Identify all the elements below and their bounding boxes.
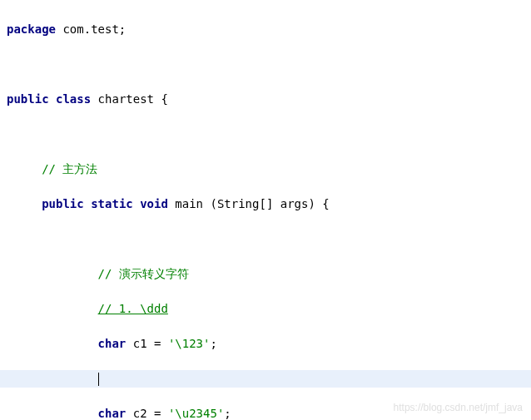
code-text: ;	[210, 337, 216, 350]
code-line	[0, 126, 531, 143]
comment: // 演示转义字符	[98, 267, 189, 280]
string-literal: '\u2345'	[168, 407, 224, 420]
keyword: char	[98, 407, 127, 420]
code-line: // 1. \ddd	[0, 300, 531, 318]
keyword: static	[91, 197, 133, 210]
keyword: package	[7, 22, 56, 36]
keyword: public	[42, 197, 84, 210]
code-line: char c1 = '\123';	[0, 335, 531, 353]
code-line: // 演示转义字符	[0, 265, 531, 283]
comment: // 主方法	[42, 162, 97, 175]
comment: // 1. \ddd	[98, 302, 168, 315]
code-text: ;	[224, 407, 231, 420]
watermark: https://blog.csdn.net/jmf_java	[394, 400, 523, 415]
code-line: public class chartest {	[0, 91, 531, 108]
code-line-highlighted	[0, 370, 531, 388]
code-line	[0, 230, 531, 248]
code-line: // 主方法	[0, 161, 531, 178]
code-text: c2 =	[126, 407, 168, 420]
code-line: public static void main (String[] args) …	[0, 195, 531, 213]
code-editor: package com.test; public class chartest …	[0, 0, 531, 420]
keyword: class	[56, 92, 91, 106]
code-text: c1 =	[126, 337, 168, 350]
keyword: char	[98, 337, 127, 350]
code-line	[0, 56, 531, 73]
code-line: package com.test;	[0, 21, 531, 38]
keyword: public	[7, 92, 49, 106]
code-text: com.test;	[56, 22, 126, 36]
code-text: chartest {	[91, 92, 168, 106]
text-cursor	[98, 373, 99, 386]
string-literal: '\123'	[168, 337, 211, 350]
code-text: main (String[] args) {	[168, 197, 330, 210]
keyword: void	[140, 197, 168, 210]
